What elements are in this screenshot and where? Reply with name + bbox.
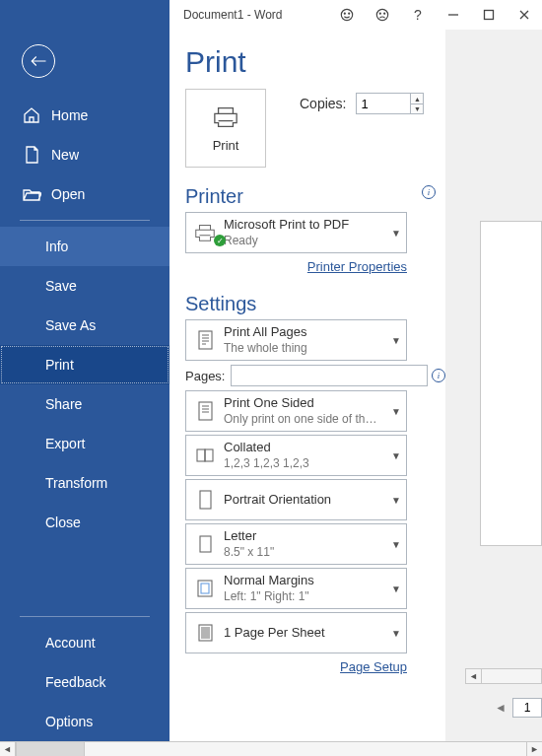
pages-label: Pages: (185, 369, 225, 383)
open-icon (22, 184, 41, 204)
svg-rect-2 (197, 449, 205, 461)
scroll-left-button[interactable]: ◄ (0, 742, 16, 756)
sidebar-item-options[interactable]: Options (0, 702, 169, 741)
printer-select[interactable]: ✓ Microsoft Print to PDF Ready ▼ (185, 212, 407, 253)
combo-sub: 8.5" x 11" (224, 545, 386, 560)
collate-select[interactable]: Collated1,2,3 1,2,3 1,2,3 ▼ (185, 435, 407, 476)
svg-rect-6 (198, 581, 212, 596)
settings-heading: Settings (185, 293, 445, 315)
sidebar-item-save[interactable]: Save (0, 266, 169, 306)
combo-sub: The whole thing (224, 341, 386, 356)
svg-rect-3 (205, 449, 213, 461)
feedback-frown-button[interactable] (365, 1, 400, 29)
scroll-right-button[interactable]: ► (526, 742, 542, 756)
window-title: Document1 - Word (183, 8, 282, 22)
sidebar-item-new[interactable]: New (0, 135, 169, 174)
sidebar-item-info[interactable]: Info (0, 227, 169, 266)
scroll-thumb[interactable] (16, 742, 85, 756)
feedback-smile-button[interactable] (329, 1, 365, 29)
backstage-sidebar: Home New Open Info Save Save As Print Sh… (0, 0, 169, 741)
close-button[interactable] (507, 1, 542, 29)
svg-rect-8 (199, 625, 212, 641)
sidebar-item-label: Save (45, 278, 77, 294)
page-number-input[interactable] (512, 698, 542, 718)
copies-spin-up[interactable]: ▲ (410, 93, 424, 103)
sidebar-separator (20, 220, 150, 221)
orientation-select[interactable]: Portrait Orientation ▼ (185, 479, 407, 520)
page-title: Print (185, 45, 445, 79)
sidebar-item-label: Home (51, 107, 88, 123)
sided-select[interactable]: Print One SidedOnly print on one side of… (185, 390, 407, 432)
printer-status: Ready (224, 234, 386, 248)
print-scope-select[interactable]: Print All PagesThe whole thing ▼ (185, 319, 407, 361)
window-hscrollbar[interactable]: ◄ ► (0, 741, 542, 756)
svg-point-13 (379, 13, 380, 14)
sidebar-item-save-as[interactable]: Save As (0, 306, 169, 345)
combo-title: Print All Pages (224, 324, 386, 340)
back-button[interactable] (22, 44, 55, 78)
preview-hscroll[interactable]: ◄ (465, 668, 542, 684)
svg-rect-0 (199, 331, 212, 349)
sidebar-item-account[interactable]: Account (0, 623, 169, 662)
scroll-left-icon[interactable]: ◄ (466, 669, 482, 683)
sidebar-item-feedback[interactable]: Feedback (0, 662, 169, 702)
sidebar-item-label: Transform (45, 475, 107, 491)
svg-rect-4 (200, 491, 211, 509)
chevron-down-icon: ▼ (386, 628, 406, 639)
margins-icon (186, 577, 224, 600)
margins-select[interactable]: Normal MarginsLeft: 1" Right: 1" ▼ (185, 568, 407, 609)
portrait-icon (186, 488, 224, 512)
chevron-down-icon: ▼ (386, 228, 406, 239)
svg-rect-5 (200, 536, 211, 552)
sidebar-item-label: Save As (45, 317, 96, 333)
chevron-down-icon: ▼ (386, 450, 406, 461)
one-sided-icon (186, 399, 224, 423)
combo-sub: 1,2,3 1,2,3 1,2,3 (224, 456, 386, 471)
copies-input[interactable] (356, 93, 411, 114)
copies-spin-down[interactable]: ▼ (410, 103, 424, 114)
combo-title: Letter (224, 528, 386, 544)
sidebar-item-open[interactable]: Open (0, 174, 169, 214)
printer-properties-link[interactable]: Printer Properties (307, 259, 407, 274)
print-button-label: Print (213, 138, 239, 153)
print-preview-pane: ◄ ◄ (445, 0, 542, 741)
printer-name: Microsoft Print to PDF (224, 217, 386, 233)
combo-title: Collated (224, 440, 386, 455)
sidebar-item-close[interactable]: Close (0, 503, 169, 542)
chevron-down-icon: ▼ (386, 495, 406, 506)
sidebar-item-share[interactable]: Share (0, 384, 169, 424)
sidebar-item-print[interactable]: Print (0, 345, 169, 384)
sidebar-item-label: Share (45, 396, 82, 412)
paper-icon (186, 532, 224, 556)
sidebar-item-transform[interactable]: Transform (0, 463, 169, 503)
status-ready-icon: ✓ (214, 235, 226, 246)
chevron-down-icon: ▼ (386, 406, 406, 417)
sidebar-item-home[interactable]: Home (0, 96, 169, 135)
sidebar-item-export[interactable]: Export (0, 424, 169, 463)
svg-rect-7 (201, 584, 209, 593)
minimize-button[interactable] (436, 1, 471, 29)
pages-icon (186, 328, 224, 352)
paper-size-select[interactable]: Letter8.5" x 11" ▼ (185, 523, 407, 565)
sidebar-item-label: Options (45, 714, 93, 729)
per-sheet-icon (186, 621, 224, 645)
printer-device-icon: ✓ (186, 221, 224, 244)
sidebar-separator (20, 616, 150, 617)
svg-point-12 (376, 9, 387, 20)
maximize-button[interactable] (471, 1, 507, 29)
svg-point-14 (384, 13, 385, 14)
printer-info-icon[interactable]: i (422, 185, 436, 199)
pages-info-icon[interactable]: i (432, 369, 445, 382)
svg-rect-15 (485, 11, 494, 20)
arrow-left-icon (30, 54, 47, 68)
prev-page-button[interactable]: ◄ (489, 698, 512, 718)
combo-sub: Only print on one side of th… (224, 412, 386, 427)
print-button[interactable]: Print (185, 89, 266, 168)
help-button[interactable]: ? (400, 1, 436, 29)
pages-input[interactable] (231, 365, 428, 386)
page-setup-link[interactable]: Page Setup (340, 659, 407, 674)
sidebar-item-label: New (51, 147, 79, 163)
svg-rect-1 (199, 402, 212, 420)
pages-per-sheet-select[interactable]: 1 Page Per Sheet ▼ (185, 612, 407, 653)
chevron-down-icon: ▼ (386, 539, 406, 550)
